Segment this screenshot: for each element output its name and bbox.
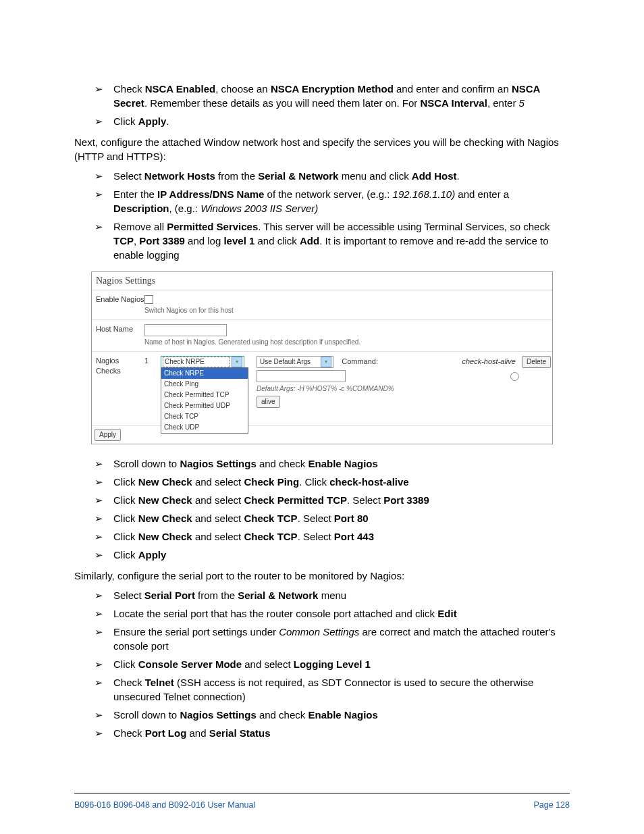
enable-nagios-label: Enable Nagios <box>93 294 144 305</box>
footer-right: Page 128 <box>533 800 570 810</box>
host-name-input[interactable] <box>144 324 227 336</box>
args-select[interactable]: Use Default Args ▾ <box>257 356 333 368</box>
bullet-list-1: Check NSCA Enabled, choose an NSCA Encry… <box>95 82 570 128</box>
enable-nagios-checkbox[interactable] <box>144 295 153 304</box>
footer-rule <box>74 793 570 793</box>
check-type-select[interactable]: Check NRPE ▾ Check NRPE Check Ping Check… <box>161 356 244 368</box>
list-item: Select Serial Port from the Serial & Net… <box>95 588 570 602</box>
chevron-down-icon: ▾ <box>321 357 331 367</box>
paragraph: Similarly, configure the serial port to … <box>74 569 570 583</box>
check-host-alive-radio[interactable] <box>510 372 519 381</box>
list-item: Remove all Permitted Services. This serv… <box>95 219 570 262</box>
list-item: Click New Check and select Check Ping. C… <box>95 475 570 489</box>
dropdown-option[interactable]: Check UDP <box>161 422 248 433</box>
dropdown-option[interactable]: Check NRPE <box>161 368 248 379</box>
command-input[interactable] <box>257 370 346 382</box>
dropdown-option[interactable]: Check Ping <box>161 379 248 390</box>
list-item: Scroll down to Nagios Settings and check… <box>95 708 570 722</box>
list-item: Select Network Hosts from the Serial & N… <box>95 169 570 183</box>
bullet-list-3: Scroll down to Nagios Settings and check… <box>95 457 570 562</box>
host-name-help: Name of host in Nagios. Generated using … <box>144 338 551 347</box>
list-item: Check NSCA Enabled, choose an NSCA Encry… <box>95 82 570 110</box>
list-item: Check Telnet (SSH access is not required… <box>95 675 570 704</box>
bullet-list-4: Select Serial Port from the Serial & Net… <box>95 588 570 740</box>
dropdown-option[interactable]: Check TCP <box>161 411 248 422</box>
nagios-settings-figure: Nagios Settings Enable Nagios Switch Nag… <box>91 271 553 444</box>
enable-nagios-help: Switch Nagios on for this host <box>144 306 551 315</box>
list-item: Click Apply. <box>95 114 570 128</box>
dropdown-option[interactable]: Check Permitted UDP <box>161 400 248 411</box>
list-item: Click Console Server Mode and select Log… <box>95 657 570 671</box>
list-item: Enter the IP Address/DNS Name of the net… <box>95 187 570 215</box>
list-item: Click New Check and select Check TCP. Se… <box>95 529 570 544</box>
footer-left: B096-016 B096-048 and B092-016 User Manu… <box>74 800 255 810</box>
apply-button[interactable]: Apply <box>95 429 121 441</box>
bullet-list-2: Select Network Hosts from the Serial & N… <box>95 169 570 262</box>
chevron-down-icon: ▾ <box>232 357 242 367</box>
check-host-alive-label: check-host-alive <box>462 357 515 365</box>
list-item: Click Apply <box>95 548 570 562</box>
list-item: Locate the serial port that has the rout… <box>95 606 570 621</box>
dropdown-option[interactable]: Check Permitted TCP <box>161 390 248 400</box>
nagios-checks-label: Nagios Checks <box>93 356 144 377</box>
command-label: Command: <box>342 357 378 365</box>
default-args-text: Default Args: -H %HOST% -c %COMMAND% <box>257 384 455 394</box>
alive-partial-button[interactable]: alive <box>257 396 280 408</box>
list-item: Ensure the serial port settings under Co… <box>95 625 570 653</box>
check-seq: 1 <box>144 356 154 366</box>
list-item: Check Port Log and Serial Status <box>95 726 570 740</box>
check-type-dropdown[interactable]: Check NRPE Check Ping Check Permitted TC… <box>161 367 248 434</box>
list-item: Click New Check and select Check TCP. Se… <box>95 511 570 525</box>
page-footer: B096-016 B096-048 and B092-016 User Manu… <box>74 793 570 810</box>
list-item: Scroll down to Nagios Settings and check… <box>95 457 570 471</box>
host-name-label: Host Name <box>93 324 144 334</box>
paragraph: Next, configure the attached Window netw… <box>74 135 570 163</box>
figure-title: Nagios Settings <box>92 272 552 290</box>
delete-button[interactable]: Delete <box>522 356 551 368</box>
list-item: Click New Check and select Check Permitt… <box>95 493 570 507</box>
